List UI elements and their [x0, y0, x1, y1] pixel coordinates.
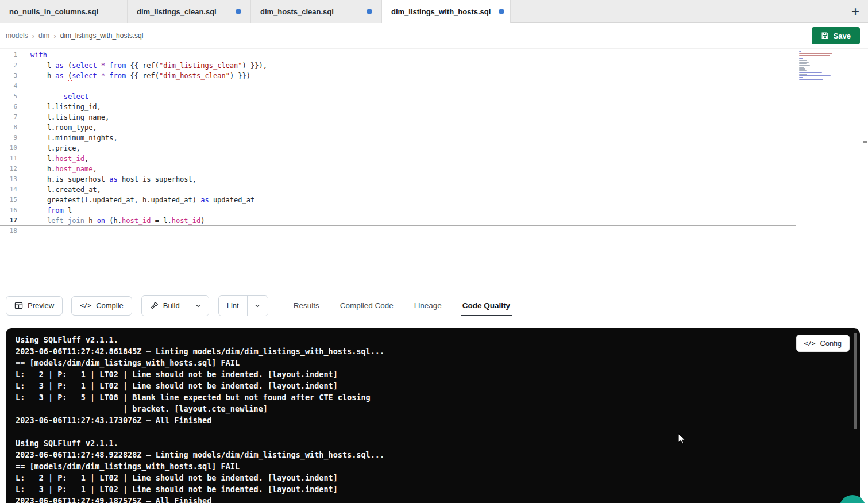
code-line[interactable]: 18: [0, 226, 796, 236]
action-toolbar: Preview </> Compile Build Lint: [0, 292, 868, 319]
terminal-line: 2023-06-06T11:27:48.922828Z — Linting mo…: [16, 449, 851, 460]
code-line[interactable]: 17 left join h on (h.host_id = l.host_id…: [0, 216, 796, 226]
line-number[interactable]: 2: [0, 60, 17, 71]
line-number[interactable]: 1: [0, 50, 17, 60]
scrollbar-marker: [863, 141, 867, 143]
lint-dropdown-button[interactable]: [247, 296, 268, 316]
minimap-line: [799, 63, 807, 64]
compile-code-icon: </>: [80, 302, 91, 309]
line-number[interactable]: 12: [0, 164, 17, 174]
terminal-line: == [models/dim/dim_listings_with_hosts.s…: [16, 357, 851, 368]
code-line-text: h as (select * from {{ ref("dim_hosts_cl…: [17, 71, 250, 81]
code-line-text: l as (select * from {{ ref("dim_listings…: [17, 60, 267, 71]
code-line[interactable]: 2 l as (select * from {{ ref("dim_listin…: [0, 60, 796, 71]
config-button-label: Config: [820, 339, 842, 348]
code-line[interactable]: 16 from l: [0, 205, 796, 216]
terminal-line: L: 3 | P: 1 | LT02 | Line should not be …: [16, 380, 851, 391]
terminal-line: L: 3 | P: 1 | LT02 | Line should not be …: [16, 483, 851, 495]
breadcrumb: models›dim›dim_listings_with_hosts.sql: [6, 32, 143, 40]
code-line[interactable]: 15 greatest(l.updated_at, h.updated_at) …: [0, 195, 796, 205]
code-line[interactable]: 11 l.host_id,: [0, 153, 796, 164]
tab-label: no_nulls_in_columns.sql: [9, 7, 98, 16]
editor-tab[interactable]: dim_listings_clean.sql: [128, 0, 251, 23]
code-line[interactable]: 4: [0, 81, 796, 91]
code-line-text: l.listing_id,: [17, 102, 101, 112]
lint-config-button[interactable]: </> Config: [796, 335, 850, 352]
tab-label: dim_hosts_clean.sql: [260, 7, 334, 16]
minimap-line: [799, 51, 801, 52]
line-number[interactable]: 3: [0, 71, 17, 81]
code-line[interactable]: 10 l.price,: [0, 143, 796, 153]
preview-button-label: Preview: [28, 301, 54, 310]
minimap-line: [799, 70, 807, 71]
line-number[interactable]: 14: [0, 185, 17, 195]
code-line-text: l.minimum_nights,: [17, 133, 118, 143]
build-button[interactable]: Build: [142, 296, 188, 316]
line-number[interactable]: 9: [0, 133, 17, 143]
minimap-line: [799, 58, 803, 59]
code-line[interactable]: 8 l.room_type,: [0, 122, 796, 133]
editor-tab[interactable]: dim_hosts_clean.sql: [251, 0, 382, 23]
editor-scrollbar[interactable]: [862, 49, 867, 292]
line-number[interactable]: 17: [0, 216, 17, 225]
line-number[interactable]: 5: [0, 91, 17, 102]
code-line-text: [17, 81, 30, 91]
preview-button[interactable]: Preview: [6, 296, 63, 316]
code-line[interactable]: 12 h.host_name,: [0, 164, 796, 174]
line-number[interactable]: 16: [0, 205, 17, 216]
code-line[interactable]: 13 h.is_superhost as host_is_superhost,: [0, 174, 796, 185]
lint-button[interactable]: Lint: [219, 296, 247, 316]
line-number[interactable]: 4: [0, 81, 17, 91]
line-number[interactable]: 15: [0, 195, 17, 205]
compile-button[interactable]: </> Compile: [71, 296, 132, 316]
line-number[interactable]: 18: [0, 226, 17, 236]
line-number[interactable]: 13: [0, 174, 17, 185]
new-tab-button[interactable]: +: [843, 0, 868, 23]
code-line-text: from l: [17, 205, 72, 216]
line-number[interactable]: 6: [0, 102, 17, 112]
panel-tab-lineage[interactable]: Lineage: [414, 292, 442, 319]
tab-label: dim_listings_with_hosts.sql: [391, 7, 491, 16]
code-line[interactable]: 1with: [0, 50, 796, 60]
panel-tab-compiled-code[interactable]: Compiled Code: [340, 292, 394, 319]
breadcrumb-item[interactable]: models: [6, 32, 28, 40]
terminal-line: L: 2 | P: 1 | LT02 | Line should not be …: [16, 472, 851, 483]
breadcrumb-item[interactable]: dim_listings_with_hosts.sql: [60, 32, 144, 40]
breadcrumb-separator: ›: [32, 32, 34, 40]
code-line-text: select: [17, 91, 88, 102]
code-editor[interactable]: 1with2 l as (select * from {{ ref("dim_l…: [0, 49, 868, 292]
line-number[interactable]: 8: [0, 122, 17, 133]
line-number[interactable]: 10: [0, 143, 17, 153]
lint-output-terminal: Using SQLFluff v2.1.1.2023-06-06T11:27:4…: [6, 328, 860, 503]
terminal-line: 2023-06-06T11:27:43.173076Z — All Finish…: [16, 414, 851, 426]
code-lines: 1with2 l as (select * from {{ ref("dim_l…: [0, 49, 796, 236]
editor-tab-bar: no_nulls_in_columns.sqldim_listings_clea…: [0, 0, 868, 23]
terminal-scrollbar-thumb[interactable]: [854, 333, 857, 429]
line-number[interactable]: 7: [0, 112, 17, 122]
code-line[interactable]: 7 l.listing_name,: [0, 112, 796, 122]
build-hammer-icon: [150, 301, 159, 310]
code-line[interactable]: 14 l.created_at,: [0, 185, 796, 195]
minimap-line: [799, 62, 809, 63]
breadcrumb-item[interactable]: dim: [38, 32, 49, 40]
panel-tab-results[interactable]: Results: [294, 292, 319, 319]
code-line[interactable]: 3 h as (select * from {{ ref("dim_hosts_…: [0, 71, 796, 81]
minimap[interactable]: [799, 51, 840, 82]
code-line[interactable]: 9 l.minimum_nights,: [0, 133, 796, 143]
panel-tab-code-quality[interactable]: Code Quality: [462, 292, 510, 319]
terminal-line: Using SQLFluff v2.1.1.: [16, 334, 851, 345]
code-line-text: l.room_type,: [17, 122, 97, 133]
chevron-down-icon: [195, 302, 202, 309]
code-line[interactable]: 5 select: [0, 91, 796, 102]
editor-tab[interactable]: no_nulls_in_columns.sql: [0, 0, 128, 23]
tab-label: dim_listings_clean.sql: [137, 7, 217, 16]
terminal-line: Using SQLFluff v2.1.1.: [16, 437, 851, 449]
build-dropdown-button[interactable]: [188, 296, 209, 316]
code-line[interactable]: 6 l.listing_id,: [0, 102, 796, 112]
save-button[interactable]: Save: [812, 27, 860, 44]
editor-tab[interactable]: dim_listings_with_hosts.sql: [382, 0, 511, 23]
terminal-line: 2023-06-06T11:27:42.861845Z — Linting mo…: [16, 345, 851, 357]
terminal-line: == [models/dim/dim_listings_with_hosts.s…: [16, 460, 851, 472]
save-button-label: Save: [834, 32, 851, 40]
line-number[interactable]: 11: [0, 153, 17, 164]
